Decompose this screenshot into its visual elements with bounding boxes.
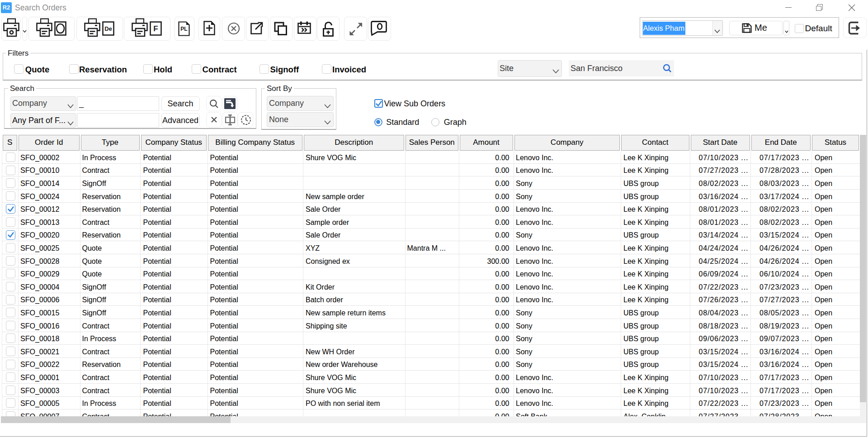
svg-text:PL: PL bbox=[180, 26, 187, 32]
svg-text:F: F bbox=[153, 24, 158, 33]
svg-text:De: De bbox=[104, 25, 112, 32]
